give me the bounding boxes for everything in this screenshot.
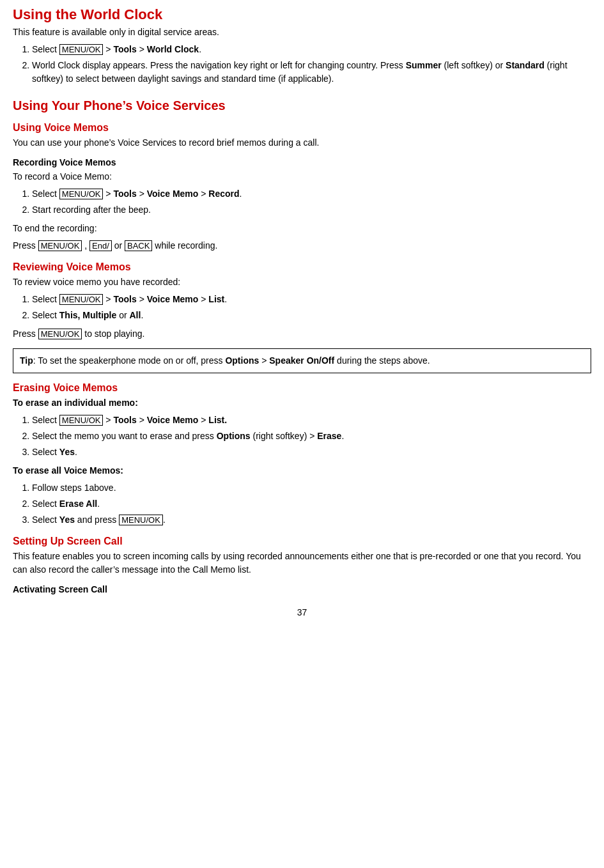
activating-screen-call-title: Activating Screen Call [13, 584, 591, 594]
menu-ok-key-4: MENU/OK [59, 294, 104, 305]
reviewing-steps: Select MENU/OK > Tools > Voice Memo > Li… [32, 293, 591, 322]
screen-call-intro: This feature enables you to screen incom… [13, 550, 591, 577]
erase-all-step-1: Follow steps 1above. [32, 481, 591, 495]
menu-ok-key-5: MENU/OK [38, 329, 82, 339]
world-clock-step-2: World Clock display appears. Press the n… [32, 59, 591, 86]
reviewing-step-1: Select MENU/OK > Tools > Voice Memo > Li… [32, 293, 591, 306]
erase-individual-step-3: Select Yes. [32, 446, 591, 459]
page-number: 37 [13, 607, 591, 617]
reviewing-step-2: Select This, Multiple or All. [32, 309, 591, 322]
erasing-voice-memos-title: Erasing Voice Memos [13, 382, 591, 394]
back-key: BACK [125, 240, 152, 251]
stop-playing-text: Press MENU/OK to stop playing. [13, 327, 591, 341]
reviewing-intro: To review voice memo you have recorded: [13, 275, 591, 289]
recording-intro: To record a Voice Memo: [13, 170, 591, 183]
recording-step-1: Select MENU/OK > Tools > Voice Memo > Re… [32, 187, 591, 201]
end-recording-title: To end the recording: [13, 222, 591, 235]
erase-all-step-2: Select Erase All. [32, 497, 591, 511]
using-voice-memos-title: Using Voice Memos [13, 122, 591, 134]
voice-services-title: Using Your Phone’s Voice Services [13, 98, 591, 113]
erase-all-steps: Follow steps 1above. Select Erase All. S… [32, 481, 591, 527]
end-recording-text: Press MENU/OK , End/ or BACK while recor… [13, 239, 591, 252]
erase-individual-steps: Select MENU/OK > Tools > Voice Memo > Li… [32, 414, 591, 459]
menu-ok-key-6: MENU/OK [59, 415, 104, 426]
world-clock-title: Using the World Clock [13, 6, 591, 23]
erase-all-step-3: Select Yes and press MENU/OK. [32, 513, 591, 527]
erase-individual-step-2: Select the memo you want to erase and pr… [32, 430, 591, 443]
screen-call-title: Setting Up Screen Call [13, 536, 591, 547]
world-clock-step-1: Select MENU/OK > Tools > World Clock. [32, 43, 591, 56]
reviewing-voice-memos-title: Reviewing Voice Memos [13, 261, 591, 273]
menu-ok-key-1: MENU/OK [59, 44, 104, 55]
voice-memos-intro: You can use your phone’s Voice Services … [13, 136, 591, 150]
end-key: End/ [89, 240, 112, 251]
erase-all-title: To erase all Voice Memos: [13, 464, 591, 477]
erase-individual-title: To erase an individual memo: [13, 396, 591, 410]
world-clock-steps: Select MENU/OK > Tools > World Clock. Wo… [32, 43, 591, 86]
menu-ok-key-2: MENU/OK [59, 189, 104, 199]
recording-voice-memos-title: Recording Voice Memos [13, 157, 591, 167]
recording-steps: Select MENU/OK > Tools > Voice Memo > Re… [32, 187, 591, 217]
menu-ok-key-7: MENU/OK [119, 515, 163, 525]
menu-ok-key-3: MENU/OK [38, 240, 82, 251]
tip-box: Tip: To set the speakerphone mode on or … [13, 348, 591, 373]
world-clock-intro: This feature is available only in digita… [13, 26, 591, 39]
recording-step-2: Start recording after the beep. [32, 203, 591, 217]
erase-individual-step-1: Select MENU/OK > Tools > Voice Memo > Li… [32, 414, 591, 427]
tip-text: Tip: To set the speakerphone mode on or … [20, 355, 430, 366]
